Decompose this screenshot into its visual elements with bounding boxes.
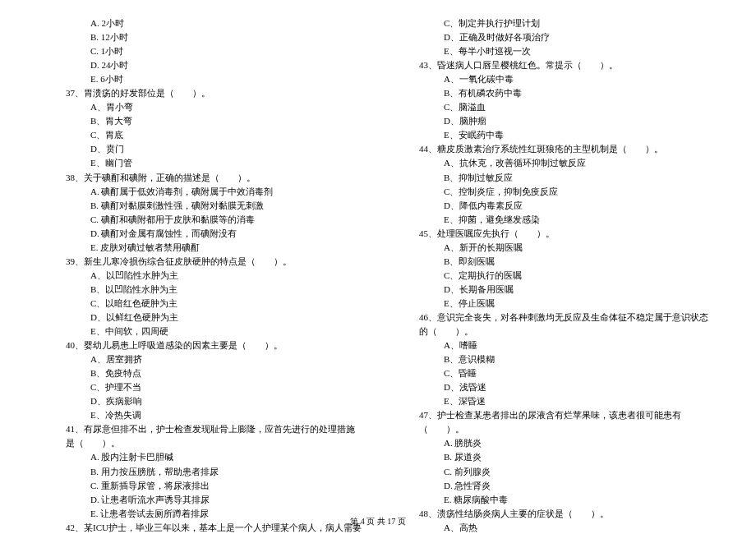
q44-opt-b: B、抑制过敏反应 <box>394 171 715 185</box>
q40-opt-c: C、护理不当 <box>41 380 362 394</box>
q43-opt-b: B、有机磷农药中毒 <box>394 86 715 100</box>
q45: 45、处理医嘱应先执行（ ）。 <box>394 227 715 241</box>
q41-opt-a: A. 股内注射卡巴胆碱 <box>41 450 362 464</box>
q45-opt-d: D、长期备用医嘱 <box>394 283 715 297</box>
q40-opt-d: D、疾病影响 <box>41 394 362 408</box>
q40: 40、婴幼儿易患上呼吸道感染的因素主要是（ ）。 <box>41 338 362 352</box>
q37: 37、胃溃疡的好发部位是（ ）。 <box>41 86 362 100</box>
q38-opt-c: C. 碘酊和碘附都用于皮肤和黏膜等的消毒 <box>41 213 362 227</box>
q39-opt-e: E、中间软，四周硬 <box>41 325 362 338</box>
q47: 47、护士检查某患者排出的尿液含有烂苹果味，该患者很可能患有（ ）。 <box>394 408 715 436</box>
q44: 44、糖皮质激素治疗系统性红斑狼疮的主型机制是（ ）。 <box>394 142 715 156</box>
q36-opt-b: B. 12小时 <box>41 30 362 44</box>
q46-opt-e: E、深昏迷 <box>394 394 715 408</box>
q41-opt-b: B. 用力按压膀胱，帮助患者排尿 <box>41 465 362 479</box>
q36-opt-a: A. 2小时 <box>41 16 362 30</box>
q40-opt-b: B、免疫特点 <box>41 366 362 380</box>
q40-opt-a: A、居室拥挤 <box>41 352 362 366</box>
q37-opt-a: A、胃小弯 <box>41 100 362 114</box>
q44-opt-e: E、抑菌，避免继发感染 <box>394 213 715 227</box>
q38-opt-d: D. 碘酊对金属有腐蚀性，而碘附没有 <box>41 227 362 241</box>
q38-opt-a: A. 碘酊属于低效消毒剂，碘附属于中效消毒剂 <box>41 185 362 199</box>
q43-opt-d: D、脑肿瘤 <box>394 114 715 128</box>
left-column: A. 2小时 B. 12小时 C. 1小时 D. 24小时 E. 6小时 37、… <box>41 16 362 501</box>
q44-opt-c: C、控制炎症，抑制免疫反应 <box>394 185 715 199</box>
q46-opt-a: A、嗜睡 <box>394 338 715 352</box>
q36-opt-e: E. 6小时 <box>41 72 362 86</box>
q38: 38、关于碘酊和碘附，正确的描述是（ ）。 <box>41 171 362 185</box>
right-column: C、制定并执行护理计划 D、正确及时做好各项治疗 E、每半小时巡视一次 43、昏… <box>394 16 715 501</box>
q46-opt-d: D、浅昏迷 <box>394 380 715 394</box>
q37-opt-e: E、幽门管 <box>41 156 362 170</box>
q43-opt-e: E、安眠药中毒 <box>394 128 715 142</box>
page-footer: 第 4 页 共 17 页 <box>0 516 756 527</box>
q36-opt-c: C. 1小时 <box>41 44 362 58</box>
q46-opt-b: B、意识模糊 <box>394 352 715 366</box>
q38-opt-e: E. 皮肤对碘过敏者禁用碘酊 <box>41 241 362 255</box>
q42-opt-d: D、正确及时做好各项治疗 <box>394 30 715 44</box>
q41: 41、有尿意但排不出，护士检查发现耻骨上膨隆，应首先进行的处理措施是（ ）。 <box>41 422 362 450</box>
q42-opt-c: C、制定并执行护理计划 <box>394 16 715 30</box>
q47-opt-c: C. 前列腺炎 <box>394 465 715 479</box>
q46: 46、意识完全丧失，对各种刺激均无反应及生命体征不稳定属于意识状态的（ ）。 <box>394 311 715 338</box>
q39-opt-a: A、以凹陷性水肿为主 <box>41 269 362 283</box>
q40-opt-e: E、冷热失调 <box>41 408 362 422</box>
q43-opt-a: A、一氧化碳中毒 <box>394 72 715 86</box>
q44-opt-d: D、降低内毒素反应 <box>394 199 715 213</box>
q41-opt-c: C. 重新插导尿管，将尿液排出 <box>41 479 362 493</box>
q45-opt-c: C、定期执行的医嘱 <box>394 269 715 283</box>
q46-opt-c: C、昏睡 <box>394 366 715 380</box>
q45-opt-e: E、停止医嘱 <box>394 297 715 311</box>
q37-opt-b: B、胃大弯 <box>41 114 362 128</box>
q47-opt-b: B. 尿道炎 <box>394 450 715 464</box>
q43: 43、昏迷病人口唇呈樱桃红色。常提示（ ）。 <box>394 58 715 72</box>
q39: 39、新生儿寒冷损伤综合征皮肤硬肿的特点是（ ）。 <box>41 255 362 269</box>
q47-opt-a: A. 膀胱炎 <box>394 436 715 450</box>
q45-opt-a: A、新开的长期医嘱 <box>394 241 715 255</box>
q47-opt-d: D. 急性肾炎 <box>394 479 715 493</box>
q41-opt-d: D. 让患者听流水声诱导其排尿 <box>41 493 362 507</box>
q39-opt-d: D、以鲜红色硬肿为主 <box>41 311 362 325</box>
q38-opt-b: B. 碘酊对黏膜刺激性强，碘附对黏膜无刺激 <box>41 199 362 213</box>
q39-opt-c: C、以暗红色硬肿为主 <box>41 297 362 311</box>
q39-opt-b: B、以凹陷性水肿为主 <box>41 283 362 297</box>
q42-opt-e: E、每半小时巡视一次 <box>394 44 715 58</box>
q37-opt-c: C、胃底 <box>41 128 362 142</box>
q36-opt-d: D. 24小时 <box>41 58 362 72</box>
q37-opt-d: D、贲门 <box>41 142 362 156</box>
q44-opt-a: A、抗休克，改善循环抑制过敏反应 <box>394 156 715 170</box>
q45-opt-b: B、即刻医嘱 <box>394 255 715 269</box>
q43-opt-c: C、脑溢血 <box>394 100 715 114</box>
q47-opt-e: E. 糖尿病酸中毒 <box>394 493 715 507</box>
